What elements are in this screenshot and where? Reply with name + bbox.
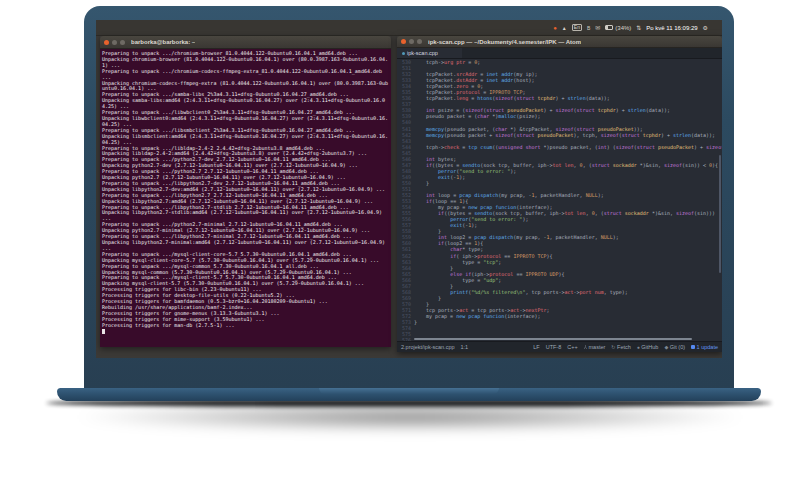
net-icon[interactable]	[636, 25, 641, 31]
status-github[interactable]: GitHub	[637, 344, 659, 350]
minimize-button[interactable]	[112, 40, 117, 45]
close-button[interactable]	[401, 39, 406, 44]
tab-label: ipk-scan.cpp	[407, 49, 438, 58]
laptop-mockup: En(34%)Po kvě 11 16:09:29 barborka@barbo…	[0, 0, 800, 477]
status-lf[interactable]: LF	[533, 344, 539, 350]
desktop-screen: En(34%)Po kvě 11 16:09:29 barborka@barbo…	[96, 20, 722, 358]
terminal-titlebar: barborka@barborka: ~	[100, 36, 391, 49]
clock-icon[interactable]: Po kvě 11 16:09:29	[646, 25, 697, 31]
terminal-line: Unpacking libwbclient0:amd64 (2:4.3.11+d…	[102, 116, 389, 128]
atom-titlebar: ipk-scan.cpp — ~/Dokumenty/4.semester/IP…	[397, 36, 722, 48]
update-icon[interactable]	[553, 25, 557, 31]
tab-bar: ipk-scan.cpp	[397, 48, 722, 59]
code-lines: 530 tcph->urg_ptr = 0;531 532 tcpPacket.…	[397, 59, 722, 341]
session-icon[interactable]	[703, 25, 708, 31]
tab-ipk-scan-cpp[interactable]: ipk-scan.cpp	[397, 48, 462, 58]
terminal-cursor	[102, 329, 105, 334]
status-bar: 2.projekt/ipk-scan.cpp 1:1 LFUTF-8C++mas…	[397, 341, 722, 352]
status-fetch[interactable]: Fetch	[611, 344, 630, 350]
status-git-0-[interactable]: Git (0)	[664, 344, 685, 350]
terminal-line: Unpacking libsmbclient:amd64 (2:4.3.11+d…	[102, 134, 389, 146]
vertical-scrollbar[interactable]	[719, 155, 721, 273]
minimize-button[interactable]	[409, 39, 414, 44]
wifi-icon[interactable]	[562, 25, 567, 31]
status-utf-8[interactable]: UTF-8	[546, 344, 562, 350]
close-button[interactable]	[104, 40, 109, 45]
status-bar-right: LFUTF-8C++masterFetchGitHubGit (0)1 upda…	[533, 344, 718, 350]
top-panel: En(34%)Po kvě 11 16:09:29	[96, 20, 722, 36]
keyboard-icon[interactable]: En	[572, 24, 582, 31]
terminal-line: Unpacking chromium-browser (81.0.4044.12…	[102, 57, 389, 69]
status-1-update[interactable]: 1 update	[691, 344, 718, 350]
status-master[interactable]: master	[584, 344, 606, 350]
bluetooth-icon[interactable]	[587, 25, 590, 31]
code-editor[interactable]: 530 tcph->urg_ptr = 0;531 532 tcpPacket.…	[397, 59, 722, 341]
terminal-window: barborka@barborka: ~ Preparing to unpack…	[100, 36, 391, 347]
terminal-title: barborka@barborka: ~	[131, 39, 195, 45]
code-line: 544 tcph->check = tcp_csum((unsigned sho…	[397, 144, 722, 150]
terminal-output[interactable]: Preparing to unpack .../chromium-browser…	[100, 49, 391, 347]
maximize-button[interactable]	[417, 39, 422, 44]
cpp-file-icon	[402, 52, 405, 55]
cursor-position[interactable]: 1:1	[461, 344, 469, 350]
status-c-[interactable]: C++	[567, 344, 577, 350]
horizontal-scrollbar[interactable]	[414, 338, 692, 340]
mail-icon[interactable]	[595, 25, 600, 31]
laptop-base-notch	[319, 388, 499, 394]
file-path[interactable]: 2.projekt/ipk-scan.cpp	[401, 344, 455, 350]
atom-window-title: ipk-scan.cpp — ~/Dokumenty/4.semester/IP…	[428, 39, 581, 45]
laptop-base	[57, 388, 761, 401]
atom-window: ipk-scan.cpp — ~/Dokumenty/4.semester/IP…	[397, 36, 722, 352]
code-line: 542 memcpy(pseudo_packet + sizeof(struct…	[397, 132, 722, 138]
maximize-button[interactable]	[120, 40, 125, 45]
battery-icon[interactable]: (34%)	[605, 25, 631, 31]
system-tray: En(34%)Po kvě 11 16:09:29	[553, 24, 708, 31]
terminal-line: Preparing to unpack .../chromium-codecs-…	[102, 69, 389, 81]
